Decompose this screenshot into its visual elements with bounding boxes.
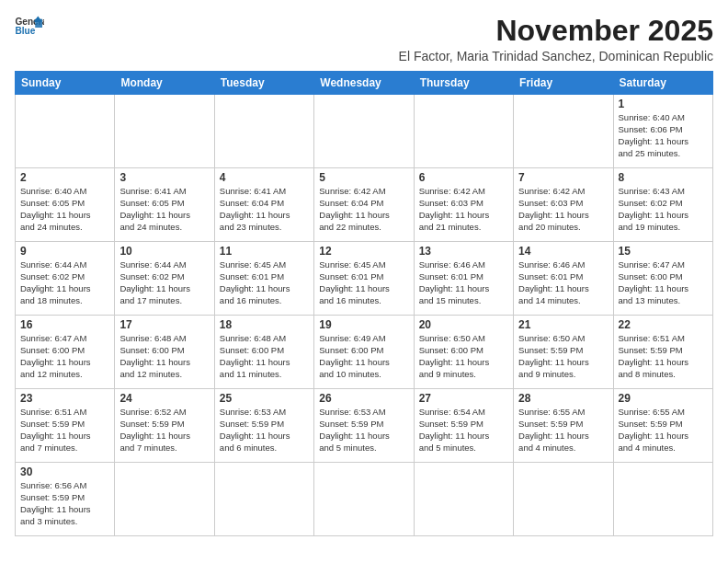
day-number: 26	[319, 392, 408, 405]
calendar-cell	[414, 463, 513, 536]
day-info: Sunrise: 6:40 AM Sunset: 6:05 PM Dayligh…	[20, 186, 109, 233]
day-number: 19	[319, 318, 408, 331]
day-info: Sunrise: 6:53 AM Sunset: 5:59 PM Dayligh…	[319, 407, 408, 454]
calendar-cell	[115, 463, 214, 536]
calendar-cell: 6Sunrise: 6:42 AM Sunset: 6:03 PM Daylig…	[414, 168, 513, 242]
day-number: 18	[220, 318, 309, 331]
calendar-week-row: 30Sunrise: 6:56 AM Sunset: 5:59 PM Dayli…	[16, 463, 713, 536]
day-info: Sunrise: 6:41 AM Sunset: 6:05 PM Dayligh…	[119, 186, 209, 233]
day-info: Sunrise: 6:48 AM Sunset: 6:00 PM Dayligh…	[220, 333, 309, 380]
day-number: 8	[619, 171, 708, 184]
day-number: 13	[419, 245, 508, 258]
day-number: 22	[619, 318, 708, 331]
day-info: Sunrise: 6:51 AM Sunset: 5:59 PM Dayligh…	[619, 333, 708, 380]
calendar-cell: 28Sunrise: 6:55 AM Sunset: 5:59 PM Dayli…	[514, 389, 613, 463]
day-info: Sunrise: 6:46 AM Sunset: 6:01 PM Dayligh…	[518, 259, 608, 306]
day-info: Sunrise: 6:40 AM Sunset: 6:06 PM Dayligh…	[619, 112, 708, 159]
day-number: 24	[119, 392, 209, 405]
calendar-cell: 3Sunrise: 6:41 AM Sunset: 6:05 PM Daylig…	[115, 168, 214, 242]
day-info: Sunrise: 6:47 AM Sunset: 6:00 PM Dayligh…	[20, 333, 109, 380]
calendar-table: SundayMondayTuesdayWednesdayThursdayFrid…	[15, 71, 713, 536]
calendar-cell: 21Sunrise: 6:50 AM Sunset: 5:59 PM Dayli…	[514, 316, 613, 389]
calendar-cell: 24Sunrise: 6:52 AM Sunset: 5:59 PM Dayli…	[115, 389, 214, 463]
calendar-cell: 12Sunrise: 6:45 AM Sunset: 6:01 PM Dayli…	[314, 242, 414, 316]
day-number: 1	[619, 98, 708, 110]
calendar-week-row: 2Sunrise: 6:40 AM Sunset: 6:05 PM Daylig…	[16, 168, 713, 242]
day-number: 3	[119, 171, 209, 184]
calendar-week-row: 1Sunrise: 6:40 AM Sunset: 6:06 PM Daylig…	[16, 95, 713, 168]
calendar-cell: 27Sunrise: 6:54 AM Sunset: 5:59 PM Dayli…	[414, 389, 513, 463]
weekday-header-wednesday: Wednesday	[314, 72, 414, 95]
calendar-cell	[613, 463, 712, 536]
calendar-cell: 5Sunrise: 6:42 AM Sunset: 6:04 PM Daylig…	[314, 168, 414, 242]
calendar-cell: 25Sunrise: 6:53 AM Sunset: 5:59 PM Dayli…	[214, 389, 313, 463]
day-info: Sunrise: 6:52 AM Sunset: 5:59 PM Dayligh…	[119, 407, 209, 454]
calendar-cell: 29Sunrise: 6:55 AM Sunset: 5:59 PM Dayli…	[613, 389, 712, 463]
calendar-cell	[16, 95, 115, 168]
calendar-cell: 26Sunrise: 6:53 AM Sunset: 5:59 PM Dayli…	[314, 389, 414, 463]
day-number: 14	[518, 245, 608, 258]
calendar-cell	[214, 95, 313, 168]
calendar-cell: 16Sunrise: 6:47 AM Sunset: 6:00 PM Dayli…	[16, 316, 115, 389]
day-number: 30	[20, 465, 109, 478]
page-header: General Blue November 2025 El Factor, Ma…	[15, 15, 713, 63]
calendar-cell: 13Sunrise: 6:46 AM Sunset: 6:01 PM Dayli…	[414, 242, 513, 316]
calendar-cell	[314, 95, 414, 168]
day-info: Sunrise: 6:43 AM Sunset: 6:02 PM Dayligh…	[619, 186, 708, 233]
calendar-cell: 17Sunrise: 6:48 AM Sunset: 6:00 PM Dayli…	[115, 316, 214, 389]
day-info: Sunrise: 6:51 AM Sunset: 5:59 PM Dayligh…	[20, 407, 109, 454]
day-number: 7	[518, 171, 608, 184]
day-info: Sunrise: 6:55 AM Sunset: 5:59 PM Dayligh…	[619, 407, 708, 454]
calendar-week-row: 23Sunrise: 6:51 AM Sunset: 5:59 PM Dayli…	[16, 389, 713, 463]
day-number: 9	[20, 245, 109, 258]
weekday-header-sunday: Sunday	[16, 72, 115, 95]
title-section: November 2025 El Factor, Maria Trinidad …	[399, 15, 713, 63]
calendar-cell: 4Sunrise: 6:41 AM Sunset: 6:04 PM Daylig…	[214, 168, 313, 242]
weekday-header-friday: Friday	[514, 72, 613, 95]
weekday-header-thursday: Thursday	[414, 72, 513, 95]
day-info: Sunrise: 6:55 AM Sunset: 5:59 PM Dayligh…	[518, 407, 608, 454]
calendar-cell: 20Sunrise: 6:50 AM Sunset: 6:00 PM Dayli…	[414, 316, 513, 389]
calendar-week-row: 9Sunrise: 6:44 AM Sunset: 6:02 PM Daylig…	[16, 242, 713, 316]
calendar-cell: 22Sunrise: 6:51 AM Sunset: 5:59 PM Dayli…	[613, 316, 712, 389]
day-number: 28	[518, 392, 608, 405]
calendar-cell: 11Sunrise: 6:45 AM Sunset: 6:01 PM Dayli…	[214, 242, 313, 316]
calendar-week-row: 16Sunrise: 6:47 AM Sunset: 6:00 PM Dayli…	[16, 316, 713, 389]
calendar-cell: 7Sunrise: 6:42 AM Sunset: 6:03 PM Daylig…	[514, 168, 613, 242]
day-number: 2	[20, 171, 109, 184]
day-info: Sunrise: 6:47 AM Sunset: 6:00 PM Dayligh…	[619, 259, 708, 306]
day-info: Sunrise: 6:54 AM Sunset: 5:59 PM Dayligh…	[419, 407, 508, 454]
calendar-cell: 2Sunrise: 6:40 AM Sunset: 6:05 PM Daylig…	[16, 168, 115, 242]
weekday-header-monday: Monday	[115, 72, 214, 95]
day-number: 16	[20, 318, 109, 331]
calendar-cell: 1Sunrise: 6:40 AM Sunset: 6:06 PM Daylig…	[613, 95, 712, 168]
day-number: 27	[419, 392, 508, 405]
day-info: Sunrise: 6:44 AM Sunset: 6:02 PM Dayligh…	[119, 259, 209, 306]
day-info: Sunrise: 6:50 AM Sunset: 6:00 PM Dayligh…	[419, 333, 508, 380]
day-info: Sunrise: 6:48 AM Sunset: 6:00 PM Dayligh…	[119, 333, 209, 380]
day-number: 4	[220, 171, 309, 184]
day-number: 15	[619, 245, 708, 258]
calendar-cell: 10Sunrise: 6:44 AM Sunset: 6:02 PM Dayli…	[115, 242, 214, 316]
svg-text:Blue: Blue	[15, 26, 35, 36]
day-number: 10	[119, 245, 209, 258]
day-number: 6	[419, 171, 508, 184]
day-info: Sunrise: 6:45 AM Sunset: 6:01 PM Dayligh…	[319, 259, 408, 306]
generalblue-logo-icon: General Blue	[15, 15, 44, 40]
calendar-cell	[514, 463, 613, 536]
day-info: Sunrise: 6:49 AM Sunset: 6:00 PM Dayligh…	[319, 333, 408, 380]
day-info: Sunrise: 6:41 AM Sunset: 6:04 PM Dayligh…	[220, 186, 309, 233]
calendar-cell	[214, 463, 313, 536]
logo: General Blue	[15, 15, 50, 40]
day-info: Sunrise: 6:50 AM Sunset: 5:59 PM Dayligh…	[518, 333, 608, 380]
day-number: 23	[20, 392, 109, 405]
calendar-cell	[514, 95, 613, 168]
day-number: 5	[319, 171, 408, 184]
location-subtitle: El Factor, Maria Trinidad Sanchez, Domin…	[399, 49, 713, 63]
calendar-cell: 19Sunrise: 6:49 AM Sunset: 6:00 PM Dayli…	[314, 316, 414, 389]
day-info: Sunrise: 6:46 AM Sunset: 6:01 PM Dayligh…	[419, 259, 508, 306]
day-info: Sunrise: 6:44 AM Sunset: 6:02 PM Dayligh…	[20, 259, 109, 306]
calendar-cell	[414, 95, 513, 168]
weekday-header-row: SundayMondayTuesdayWednesdayThursdayFrid…	[16, 72, 713, 95]
calendar-cell: 9Sunrise: 6:44 AM Sunset: 6:02 PM Daylig…	[16, 242, 115, 316]
